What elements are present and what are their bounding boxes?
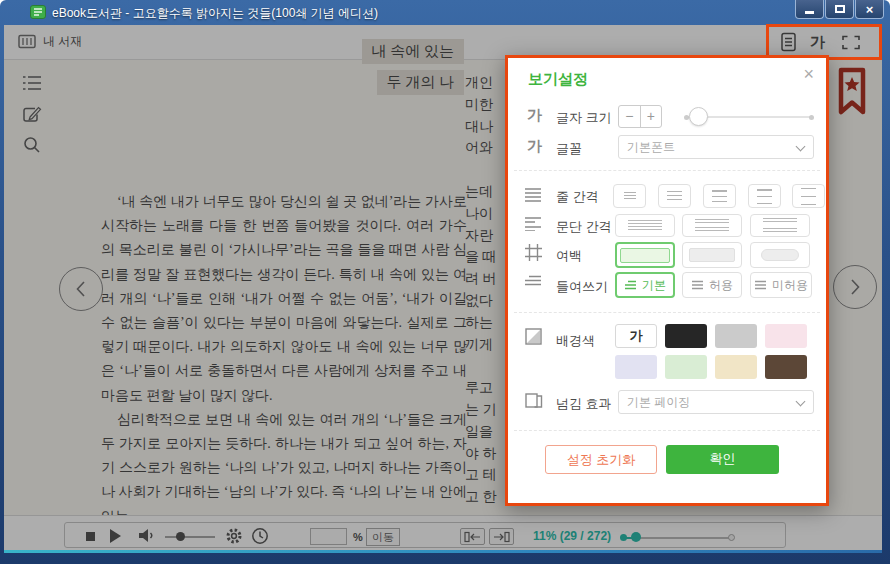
maximize-button[interactable] xyxy=(825,0,854,19)
indent-option-disallow[interactable]: 미허용 xyxy=(750,272,812,298)
font-size-decrease-button[interactable]: − xyxy=(619,106,641,127)
font-dropdown-value: 기본폰트 xyxy=(627,140,675,154)
page-effect-value: 기본 페이징 xyxy=(627,395,690,409)
line-spacing-option-3[interactable] xyxy=(703,184,736,208)
indent-icon xyxy=(524,275,542,288)
bg-color-swatch[interactable] xyxy=(765,324,807,348)
panel-title: 보기설정 xyxy=(528,70,588,89)
margin-2-icon xyxy=(689,248,735,262)
font-dropdown[interactable]: 기본폰트 xyxy=(618,135,814,159)
font-size-stepper: − + xyxy=(618,105,662,128)
margin-option-1[interactable] xyxy=(615,242,675,268)
divider xyxy=(514,430,820,431)
font-label: 글꼴 xyxy=(556,140,582,158)
divider xyxy=(514,312,820,313)
chevron-down-icon xyxy=(796,397,806,407)
paragraph-spacing-option-2[interactable] xyxy=(682,214,742,237)
font-icon: 가 xyxy=(527,137,542,156)
line-spacing-option-4[interactable] xyxy=(748,184,781,208)
indent-allow-label: 허용 xyxy=(709,277,733,294)
paragraph-spacing-2-icon xyxy=(695,219,729,232)
bg-color-swatch[interactable] xyxy=(715,324,757,348)
font-size-increase-button[interactable]: + xyxy=(641,106,662,127)
app-window: eBook도서관 - 고요할수록 밝아지는 것들(100쇄 기념 에디션) × … xyxy=(0,0,890,564)
margin-1-icon xyxy=(620,248,670,263)
paragraph-spacing-icon xyxy=(524,216,542,231)
window-title: eBook도서관 - 고요할수록 밝아지는 것들(100쇄 기념 에디션) xyxy=(52,5,378,22)
font-size-icon: 가 xyxy=(527,106,542,125)
page-effect-icon xyxy=(525,392,543,409)
margin-option-2[interactable] xyxy=(682,242,742,268)
line-spacing-4-icon xyxy=(757,189,772,204)
panel-close-icon[interactable]: × xyxy=(803,64,814,85)
line-spacing-label: 줄 간격 xyxy=(556,188,599,206)
margin-icon xyxy=(525,244,542,261)
titlebar: eBook도서관 - 고요할수록 밝아지는 것들(100쇄 기념 에디션) × xyxy=(0,0,890,25)
margin-3-icon xyxy=(761,249,799,261)
bg-color-swatch[interactable] xyxy=(615,355,657,379)
window-frame-glow xyxy=(4,550,882,553)
line-spacing-1-icon xyxy=(624,192,636,200)
bg-color-swatch[interactable] xyxy=(765,355,807,379)
line-spacing-option-1[interactable] xyxy=(613,184,646,208)
background-color-icon xyxy=(525,328,542,345)
paragraph-spacing-label: 문단 간격 xyxy=(556,218,612,236)
reset-settings-button[interactable]: 설정 초기화 xyxy=(545,445,657,474)
close-button[interactable]: × xyxy=(855,0,884,19)
paragraph-spacing-option-3[interactable] xyxy=(750,214,810,237)
line-spacing-option-5[interactable] xyxy=(792,184,825,208)
background-color-label: 배경색 xyxy=(556,332,595,350)
paragraph-spacing-1-icon xyxy=(628,220,662,231)
margin-label: 여백 xyxy=(556,247,582,265)
view-settings-panel: 보기설정 × 가 글자 크기 − + 가 글꼴 기본폰트 줄 간격 문단 간격 xyxy=(505,55,829,506)
app-icon xyxy=(30,4,46,20)
bg-color-swatch[interactable]: 가 xyxy=(615,324,657,348)
font-size-slider-handle[interactable] xyxy=(689,107,708,126)
bg-color-swatch[interactable] xyxy=(715,355,757,379)
font-size-label: 글자 크기 xyxy=(556,109,612,127)
indent-default-icon xyxy=(624,280,637,291)
line-spacing-option-2[interactable] xyxy=(658,184,691,208)
divider xyxy=(514,170,820,171)
background-color-swatches: 가 xyxy=(615,324,821,386)
page-effect-dropdown[interactable]: 기본 페이징 xyxy=(618,390,814,414)
paragraph-spacing-option-1[interactable] xyxy=(615,214,675,237)
bg-color-swatch[interactable] xyxy=(665,355,707,379)
minimize-button[interactable] xyxy=(795,0,824,19)
minimize-icon xyxy=(805,11,814,14)
indent-label: 들여쓰기 xyxy=(556,278,608,296)
confirm-button[interactable]: 확인 xyxy=(666,445,779,474)
margin-option-3[interactable] xyxy=(750,242,810,268)
bg-color-swatch[interactable] xyxy=(665,324,707,348)
page-effect-label: 넘김 효과 xyxy=(556,395,612,413)
close-icon: × xyxy=(866,3,874,16)
indent-option-allow[interactable]: 허용 xyxy=(682,272,742,298)
indent-default-label: 기본 xyxy=(642,277,666,294)
chevron-down-icon xyxy=(796,142,806,152)
line-spacing-2-icon xyxy=(667,191,682,202)
indent-disallow-icon xyxy=(754,280,767,291)
line-spacing-icon xyxy=(524,187,542,202)
paragraph-spacing-3-icon xyxy=(763,218,797,233)
indent-option-default[interactable]: 기본 xyxy=(615,272,675,298)
indent-disallow-label: 미허용 xyxy=(772,277,808,294)
indent-allow-icon xyxy=(691,280,704,291)
maximize-icon xyxy=(835,5,845,13)
slider-end-dot xyxy=(809,115,814,120)
line-spacing-3-icon xyxy=(712,190,727,202)
line-spacing-5-icon xyxy=(801,188,816,205)
